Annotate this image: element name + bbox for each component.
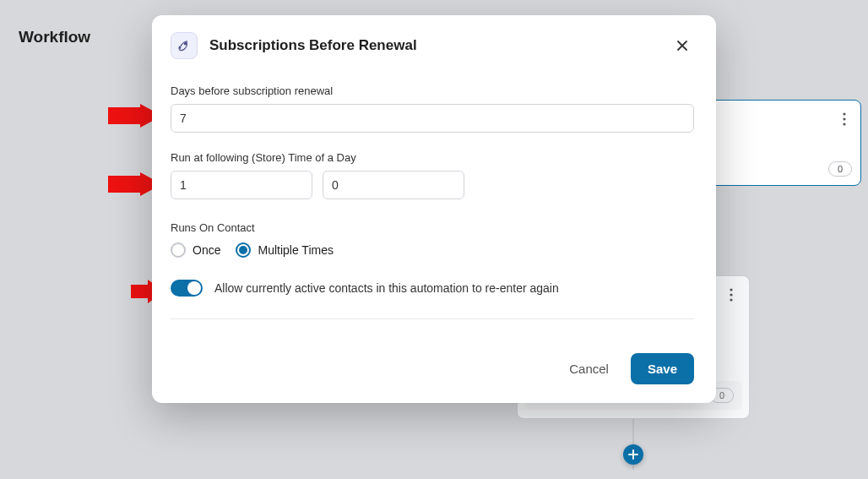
svg-point-5 <box>730 298 732 301</box>
close-button[interactable] <box>670 34 694 57</box>
dialog-body: Days before subscription renewal Run at … <box>152 71 716 338</box>
settings-dialog: Subscriptions Before Renewal Days before… <box>152 15 716 403</box>
page-title: Workflow <box>19 28 90 46</box>
radio-once-label: Once <box>193 243 220 257</box>
runs-on-label: Runs On Contact <box>171 221 694 234</box>
add-node-button[interactable] <box>623 444 643 465</box>
svg-point-10 <box>184 43 186 45</box>
rocket-icon <box>171 32 198 59</box>
dialog-title: Subscriptions Before Renewal <box>209 37 670 54</box>
kebab-menu-button[interactable] <box>722 283 741 307</box>
days-label: Days before subscription renewal <box>171 84 694 97</box>
time-label: Run at following (Store) Time of a Day <box>171 151 694 164</box>
svg-point-2 <box>843 122 845 125</box>
radio-dot-icon <box>236 242 251 258</box>
svg-point-0 <box>843 112 845 115</box>
time-minute-input[interactable] <box>323 171 464 199</box>
radio-multiple[interactable]: Multiple Times <box>236 242 333 258</box>
divider <box>171 318 694 319</box>
reenter-toggle-label: Allow currently active contacts in this … <box>214 281 559 295</box>
radio-once[interactable]: Once <box>171 242 220 258</box>
cancel-button[interactable]: Cancel <box>564 355 614 383</box>
count-badge: 0 <box>828 161 852 177</box>
kebab-menu-button[interactable] <box>835 107 854 131</box>
svg-point-4 <box>730 293 732 296</box>
runs-on-radio-group: Once Multiple Times <box>171 242 694 258</box>
radio-dot-icon <box>171 242 186 258</box>
time-hour-input[interactable] <box>171 171 312 199</box>
bg-node-card: 0 <box>709 100 861 186</box>
days-input[interactable] <box>171 104 694 133</box>
dialog-header: Subscriptions Before Renewal <box>152 15 716 71</box>
svg-point-1 <box>843 117 845 120</box>
save-button[interactable]: Save <box>631 353 694 384</box>
reenter-toggle[interactable] <box>171 280 203 297</box>
dialog-footer: Cancel Save <box>152 338 716 403</box>
radio-multiple-label: Multiple Times <box>258 243 333 257</box>
svg-point-3 <box>730 288 732 291</box>
time-row <box>171 171 694 199</box>
reenter-toggle-row: Allow currently active contacts in this … <box>171 280 694 297</box>
